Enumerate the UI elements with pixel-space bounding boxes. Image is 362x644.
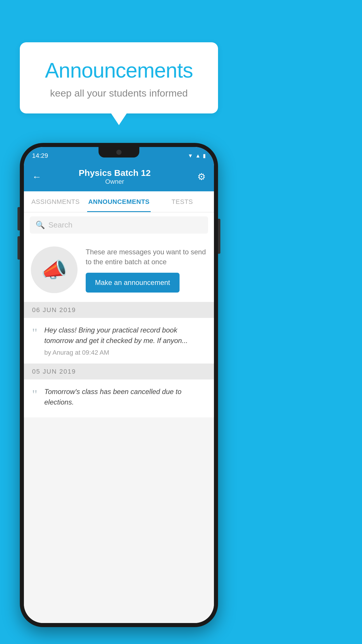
app-bar-title-section: Physics Batch 12 Owner bbox=[47, 168, 182, 186]
make-announcement-button[interactable]: Make an announcement bbox=[86, 273, 180, 293]
battery-icon: ▮ bbox=[203, 153, 206, 159]
announcement-prompt: 📣 These are messages you want to send to… bbox=[24, 238, 214, 302]
search-icon: 🔍 bbox=[36, 220, 45, 230]
search-bar[interactable]: 🔍 Search bbox=[30, 216, 208, 234]
megaphone-icon: 📣 bbox=[41, 258, 67, 282]
announcement-content-2: Tomorrow's class has been cancelled due … bbox=[44, 386, 206, 410]
announcement-text-2: Tomorrow's class has been cancelled due … bbox=[44, 386, 206, 407]
announcement-right: These are messages you want to send to t… bbox=[86, 247, 207, 292]
phone-outer: 14:29 ▼ ▲ ▮ ← Physics Batch 12 Owner ⚙ bbox=[20, 143, 218, 627]
quote-icon-2: " bbox=[32, 388, 37, 410]
phone-camera bbox=[116, 150, 122, 155]
phone-wrapper: 14:29 ▼ ▲ ▮ ← Physics Batch 12 Owner ⚙ bbox=[20, 143, 218, 633]
phone-notch bbox=[99, 147, 139, 158]
announcement-item-2: " Tomorrow's class has been cancelled du… bbox=[24, 379, 214, 417]
app-bar-subtitle: Owner bbox=[47, 178, 182, 186]
phone-button-power bbox=[218, 219, 220, 254]
phone-button-vol-down bbox=[17, 236, 20, 260]
announcement-content-1: Hey class! Bring your practical record b… bbox=[44, 325, 206, 356]
quote-icon-1: " bbox=[32, 327, 37, 356]
speech-bubble-title: Announcements bbox=[31, 58, 206, 82]
tab-announcements[interactable]: ANNOUNCEMENTS bbox=[87, 191, 150, 212]
signal-icon: ▲ bbox=[195, 153, 201, 159]
speech-bubble-subtitle: keep all your students informed bbox=[31, 88, 206, 99]
speech-bubble: Announcements keep all your students inf… bbox=[20, 42, 218, 113]
announcement-meta-1: by Anurag at 09:42 AM bbox=[44, 349, 206, 356]
announcement-item-1: " Hey class! Bring your practical record… bbox=[24, 318, 214, 364]
tab-tests[interactable]: TESTS bbox=[151, 191, 214, 212]
date-separator-2: 05 JUN 2019 bbox=[24, 364, 214, 379]
megaphone-circle: 📣 bbox=[31, 246, 78, 293]
status-icons: ▼ ▲ ▮ bbox=[188, 153, 206, 159]
search-placeholder: Search bbox=[48, 220, 72, 230]
announcement-text-1: Hey class! Bring your practical record b… bbox=[44, 325, 206, 346]
wifi-icon: ▼ bbox=[188, 153, 193, 159]
date-separator-1: 06 JUN 2019 bbox=[24, 302, 214, 318]
search-bar-wrapper: 🔍 Search bbox=[24, 212, 214, 238]
tab-assignments[interactable]: ASSIGNMENTS bbox=[24, 191, 87, 212]
content-area: 🔍 Search 📣 These are messages you want t… bbox=[24, 212, 214, 623]
announcement-description: These are messages you want to send to t… bbox=[86, 247, 207, 267]
back-button[interactable]: ← bbox=[32, 172, 41, 182]
speech-bubble-container: Announcements keep all your students inf… bbox=[20, 42, 218, 113]
phone-screen: 14:29 ▼ ▲ ▮ ← Physics Batch 12 Owner ⚙ bbox=[24, 147, 214, 623]
tabs-bar: ASSIGNMENTS ANNOUNCEMENTS TESTS bbox=[24, 191, 214, 212]
app-bar-title: Physics Batch 12 bbox=[47, 168, 182, 178]
app-bar: ← Physics Batch 12 Owner ⚙ bbox=[24, 162, 214, 191]
status-time: 14:29 bbox=[32, 152, 48, 160]
phone-button-vol-up bbox=[17, 207, 20, 230]
settings-icon[interactable]: ⚙ bbox=[197, 171, 206, 182]
